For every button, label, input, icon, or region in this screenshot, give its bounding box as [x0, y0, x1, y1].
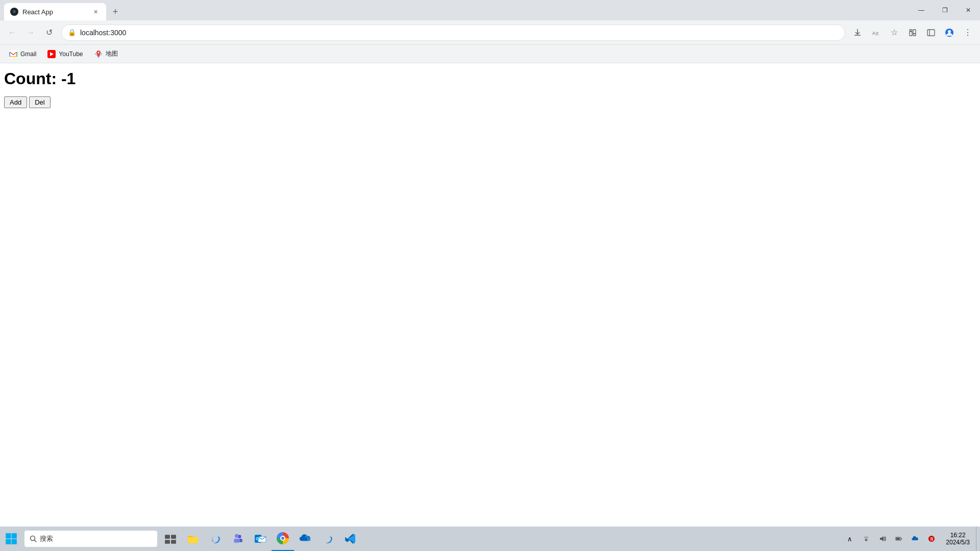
vscode-icon	[344, 533, 356, 545]
svg-text:O: O	[257, 538, 259, 540]
edge-icon	[209, 533, 222, 545]
system-clock[interactable]: 16:22 2024/5/3	[940, 527, 976, 551]
tab-favicon: ⚛	[10, 8, 18, 16]
url-text: localhost:3000	[80, 29, 839, 37]
tray-expand-button[interactable]: ∧	[842, 527, 858, 551]
bookmark-gmail[interactable]: Gmail	[4, 47, 41, 61]
vscode-button[interactable]	[339, 527, 361, 551]
svg-rect-20	[165, 540, 170, 544]
browser-window: ⚛ React App ✕ + — ❐ ✕ ← → ↺ 🔒 localhost:…	[0, 0, 980, 551]
battery-tray-icon	[895, 535, 902, 542]
onedrive-icon	[299, 533, 311, 545]
svg-rect-14	[6, 539, 11, 544]
volume-tray-icon	[879, 535, 886, 542]
back-button[interactable]: ←	[4, 24, 20, 41]
edge-button[interactable]	[204, 527, 227, 551]
svg-point-9	[948, 30, 951, 33]
bookmark-button[interactable]: ☆	[886, 24, 902, 41]
edge2-icon	[322, 533, 334, 545]
svg-line-17	[35, 540, 37, 542]
gmail-label: Gmail	[20, 51, 36, 58]
tray-icon-3[interactable]	[891, 527, 907, 551]
svg-rect-22	[188, 537, 198, 543]
onedrive-tray-icon	[912, 536, 919, 541]
maximize-button[interactable]: ❐	[933, 0, 957, 20]
svg-point-24	[235, 534, 239, 538]
forward-button[interactable]: →	[22, 24, 39, 41]
bookmarks-bar: Gmail YouTube 地图	[0, 45, 980, 63]
active-tab[interactable]: ⚛ React App ✕	[4, 3, 106, 20]
outlook-button[interactable]: O	[249, 527, 272, 551]
svg-text:百: 百	[930, 537, 934, 541]
svg-rect-13	[12, 533, 17, 538]
svg-rect-32	[901, 538, 902, 539]
outlook-icon: O	[254, 533, 266, 545]
taskbar: 搜索	[0, 527, 980, 551]
clock-date: 2024/5/3	[946, 539, 970, 546]
teams-button[interactable]	[227, 527, 249, 551]
svg-rect-6	[927, 30, 935, 36]
chrome-taskbar-icon	[277, 532, 289, 544]
address-bar[interactable]: 🔒 localhost:3000	[61, 24, 845, 41]
svg-rect-5	[910, 30, 912, 31]
menu-button[interactable]: ⋮	[960, 24, 976, 41]
page-content: Count: -1 Add Del	[0, 63, 980, 551]
maps-favicon-icon	[94, 50, 103, 58]
file-explorer-icon	[187, 533, 199, 545]
file-explorer-button[interactable]	[182, 527, 204, 551]
title-bar-controls: — ❐ ✕	[910, 0, 980, 20]
sidebar-button[interactable]	[923, 24, 939, 41]
edge2-button[interactable]	[316, 527, 339, 551]
refresh-button[interactable]: ↺	[41, 24, 57, 41]
youtube-label: YouTube	[59, 51, 83, 58]
network-tray-icon	[863, 535, 870, 542]
show-desktop-button[interactable]	[976, 527, 980, 551]
lock-icon: 🔒	[68, 29, 76, 36]
task-view-icon	[164, 533, 177, 545]
maps-label: 地图	[106, 49, 118, 58]
tray-icon-1[interactable]	[858, 527, 874, 551]
svg-rect-15	[12, 539, 17, 544]
close-button[interactable]: ✕	[957, 0, 980, 20]
svg-rect-25	[234, 539, 239, 543]
chrome-icon-inner	[280, 536, 285, 541]
extensions-button[interactable]	[904, 24, 921, 41]
chrome-taskbar-button[interactable]	[272, 527, 294, 551]
svg-text:文: 文	[875, 32, 879, 35]
system-tray: ∧	[842, 527, 980, 551]
start-button[interactable]	[0, 527, 22, 551]
svg-rect-2	[910, 32, 912, 36]
svg-rect-21	[171, 540, 176, 544]
baidu-tray-icon: 百	[928, 535, 935, 542]
bookmark-maps[interactable]: 地图	[89, 47, 123, 61]
tab-strip: ⚛ React App ✕ +	[0, 0, 122, 20]
add-button[interactable]: Add	[4, 96, 27, 108]
taskbar-search[interactable]: 搜索	[24, 531, 157, 547]
tab-title: React App	[22, 8, 87, 16]
minimize-button[interactable]: —	[910, 0, 933, 20]
new-tab-button[interactable]: +	[108, 5, 122, 19]
install-button[interactable]	[849, 24, 866, 41]
nav-right-buttons: A文 ☆ ⋮	[849, 24, 976, 41]
svg-rect-19	[171, 535, 176, 539]
profile-button[interactable]	[941, 24, 958, 41]
svg-rect-3	[913, 30, 916, 34]
counter-buttons: Add Del	[4, 96, 976, 108]
bookmark-youtube[interactable]: YouTube	[42, 47, 88, 61]
svg-rect-31	[896, 538, 900, 540]
svg-rect-12	[6, 533, 11, 538]
taskbar-search-text: 搜索	[40, 534, 53, 543]
count-display: Count: -1	[4, 69, 976, 88]
task-view-button[interactable]	[159, 527, 182, 551]
translate-button[interactable]: A文	[868, 24, 884, 41]
onedrive-button[interactable]	[294, 527, 316, 551]
tray-icon-2[interactable]	[874, 527, 891, 551]
gmail-favicon-icon	[9, 50, 17, 58]
tab-close-button[interactable]: ✕	[91, 7, 100, 16]
tray-icon-5[interactable]: 百	[923, 527, 940, 551]
del-button[interactable]: Del	[29, 96, 51, 108]
windows-icon	[5, 533, 17, 545]
svg-rect-4	[913, 34, 916, 36]
tray-icon-4[interactable]	[907, 527, 923, 551]
svg-point-11	[97, 52, 99, 53]
